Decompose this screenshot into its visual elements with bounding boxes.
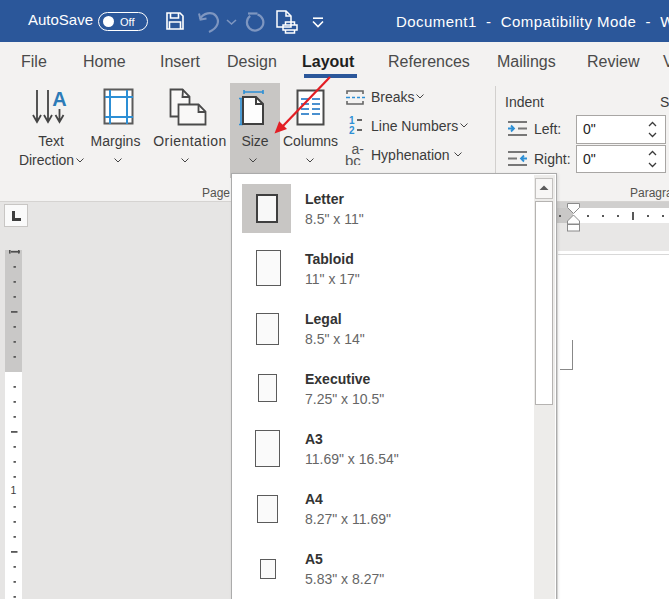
svg-text:bc: bc: [345, 152, 361, 166]
svg-text:1: 1: [11, 484, 17, 496]
svg-text:2: 2: [349, 125, 355, 135]
svg-text:A: A: [52, 88, 66, 110]
